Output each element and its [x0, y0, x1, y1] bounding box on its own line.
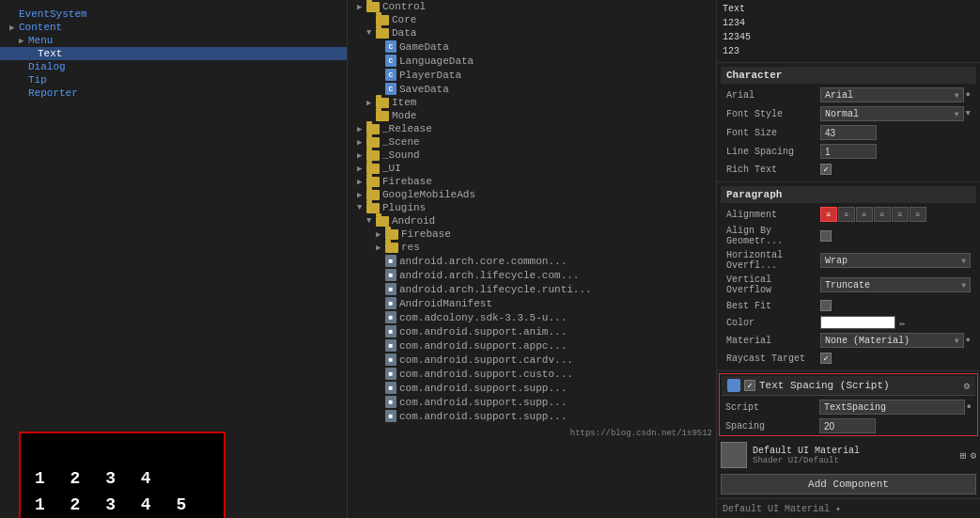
project-item-ui[interactable]: ▶ _UI — [348, 162, 716, 175]
project-item-release[interactable]: ▶ _Release — [348, 122, 716, 135]
fontsize-input[interactable] — [820, 125, 877, 140]
project-item-languagedata[interactable]: C LanguageData — [348, 54, 716, 68]
project-item-support-supp3[interactable]: ■ com.android.support.supp... — [348, 409, 716, 423]
component-icon — [727, 379, 740, 392]
hierarchy-item-reporter[interactable]: Reporter — [0, 86, 347, 100]
voverflow-dropdown[interactable]: Truncate ▼ — [820, 277, 971, 292]
align-center-btn[interactable]: ≡ — [838, 207, 855, 222]
project-item-plugins[interactable]: ▼ Plugins — [348, 201, 716, 214]
hoverflow-row: Horizontal Overfl... Wrap ▼ — [721, 248, 976, 273]
voverflow-row: Vertical Overflow Truncate ▼ — [721, 273, 976, 297]
material-settings-icon[interactable]: ⚙ — [970, 449, 976, 462]
font-dropdown[interactable]: Arial ▼ — [820, 87, 964, 102]
character-section: Character Arial Arial ▼ ● Normal Font St… — [717, 65, 980, 180]
project-item-scene[interactable]: ▶ _Scene — [348, 135, 716, 149]
hierarchy-item-eventsystem[interactable]: EventSystem — [0, 8, 347, 21]
watermark-url: https://blog.csdn.net/1s9512 — [570, 429, 712, 438]
color-swatch[interactable] — [820, 316, 895, 329]
project-item-android[interactable]: ▼ Android — [348, 214, 716, 228]
font-circle-btn[interactable]: ● — [966, 90, 971, 100]
scene-label: _Scene — [382, 136, 420, 148]
alignbygeom-row: Align By Geometr... — [721, 224, 976, 248]
richtext-row: Rich Text — [721, 161, 976, 178]
align-right-btn[interactable]: ≡ — [856, 207, 873, 222]
divider3 — [717, 370, 980, 371]
align-left-btn[interactable]: ≡ — [820, 207, 837, 222]
fontsize-row: Font Size — [721, 123, 976, 142]
file-icon: ■ — [385, 269, 397, 281]
project-item-playerdata[interactable]: C PlayerData — [348, 68, 716, 82]
project-item-support-cardv[interactable]: ■ com.android.support.cardv... — [348, 353, 716, 367]
project-panel: ▶ Control Core ▼ Data C GameData C Langu… — [348, 0, 717, 518]
eventsystem-label: EventSystem — [19, 8, 87, 20]
mode-label: Mode — [392, 110, 416, 121]
bestfit-checkbox[interactable] — [820, 300, 832, 311]
linespacing-input[interactable] — [820, 144, 877, 159]
project-item-control[interactable]: ▶ Control — [348, 0, 716, 13]
hierarchy-item-tip[interactable]: Tip — [0, 73, 347, 86]
divider — [717, 62, 980, 63]
fontstyle-dropdown[interactable]: Normal ▼ — [820, 106, 964, 121]
project-item-arch-core[interactable]: ■ android.arch.core.common... — [348, 254, 716, 268]
project-item-firebase2[interactable]: ▶ Firebase — [348, 228, 716, 241]
character-label: Character — [726, 70, 782, 81]
script-icon: C — [385, 69, 397, 81]
spacing-input[interactable] — [819, 418, 876, 433]
firebase2-label: Firebase — [401, 228, 451, 240]
align-justify-center-btn[interactable]: ≡ — [892, 207, 909, 222]
project-item-adcolony[interactable]: ■ com.adcolony.sdk-3.3.5-u... — [348, 310, 716, 324]
project-item-mode[interactable]: Mode — [348, 109, 716, 122]
hierarchy-item-dialog[interactable]: Dialog — [0, 60, 347, 73]
folder-icon — [366, 177, 380, 187]
align-justify-right-btn[interactable]: ≡ — [910, 207, 926, 222]
project-item-support-custo[interactable]: ■ com.android.support.custo... — [348, 367, 716, 381]
font-value: Arial — [825, 90, 853, 101]
raycast-label: Raycast Target — [726, 353, 820, 364]
project-item-arch-lifecycle-run[interactable]: ■ android.arch.lifecycle.runti... — [348, 282, 716, 296]
project-item-support-supp2[interactable]: ■ com.android.support.supp... — [348, 395, 716, 409]
material-ref-icon[interactable]: ⊞ — [960, 449, 967, 462]
hierarchy-item-text[interactable]: Text — [0, 47, 347, 60]
settings-icon[interactable]: ⚙ — [963, 380, 970, 392]
color-picker-icon[interactable]: ✏ — [899, 317, 906, 329]
paragraph-section: Paragraph Alignment ≡ ≡ ≡ ≡ ≡ ≡ Align By… — [717, 184, 980, 369]
raycast-checkbox[interactable] — [820, 353, 832, 364]
project-item-arch-lifecycle-com[interactable]: ■ android.arch.lifecycle.com... — [348, 268, 716, 282]
project-item-savedata[interactable]: C SaveData — [348, 82, 716, 96]
project-item-data[interactable]: ▼ Data — [348, 26, 716, 39]
align-justify-left-btn[interactable]: ≡ — [874, 207, 891, 222]
arch-core-label: android.arch.core.common... — [399, 256, 567, 267]
project-item-support-anim[interactable]: ■ com.android.support.anim... — [348, 324, 716, 338]
project-item-res[interactable]: ▶ res — [348, 241, 716, 254]
project-item-support-appc[interactable]: ■ com.android.support.appc... — [348, 338, 716, 353]
file-icon: ■ — [385, 297, 397, 309]
project-item-support-supp1[interactable]: ■ com.android.support.supp... — [348, 381, 716, 395]
script-label: Script — [725, 402, 819, 413]
script-dropdown[interactable]: TextSpacing — [819, 400, 965, 415]
script-circle-btn[interactable]: ● — [967, 402, 972, 412]
project-item-core[interactable]: Core — [348, 13, 716, 26]
text-spacing-enabled[interactable] — [744, 380, 755, 391]
project-item-firebase[interactable]: ▶ Firebase — [348, 175, 716, 188]
richtext-checkbox[interactable] — [820, 164, 832, 175]
project-item-google[interactable]: ▶ GoogleMobileAds — [348, 188, 716, 201]
add-component-button[interactable]: Add Component — [721, 474, 976, 494]
material-value: None (Material) — [825, 336, 910, 346]
arch-lifecycle-run-label: android.arch.lifecycle.runti... — [399, 284, 592, 295]
project-item-sound[interactable]: ▶ _Sound — [348, 149, 716, 162]
hoverflow-dropdown[interactable]: Wrap ▼ — [820, 253, 971, 268]
folder-icon — [385, 229, 398, 240]
alignbygeom-checkbox[interactable] — [820, 230, 832, 242]
material-dropdown[interactable]: None (Material) ▼ — [820, 333, 964, 348]
hierarchy-item-menu[interactable]: ▶ Menu — [0, 34, 347, 47]
folder-icon — [366, 150, 380, 161]
project-item-item[interactable]: ▶ Item — [348, 96, 716, 109]
file-icon: ■ — [385, 382, 397, 394]
project-item-androidmanifest[interactable]: ■ AndroidManifest — [348, 296, 716, 310]
shader-value: UI/Default — [788, 456, 839, 465]
font-label: Arial — [726, 90, 820, 101]
project-item-gamedata[interactable]: C GameData — [348, 39, 716, 54]
linespacing-row: 1 Line Spacing — [721, 142, 976, 161]
material-circle-btn[interactable]: ● — [966, 336, 971, 345]
hierarchy-item-content[interactable]: ▶ Content — [0, 21, 347, 34]
